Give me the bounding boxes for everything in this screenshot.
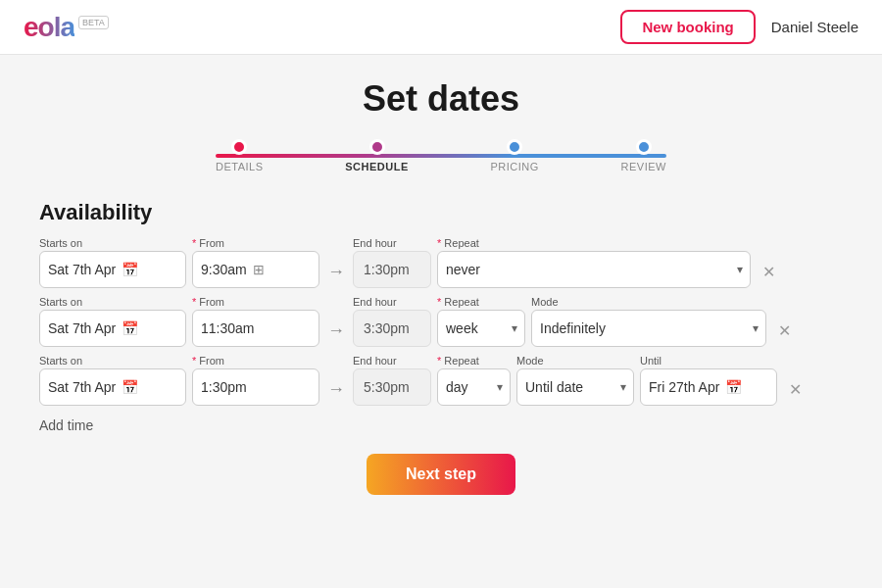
repeat-field-3: * Repeat day week never <box>437 355 511 406</box>
from-value-2: 11:30am <box>201 320 254 336</box>
step-pricing: PRICING <box>491 139 539 172</box>
calendar-icon-3[interactable]: 📅 <box>122 379 138 395</box>
repeat-label-3: * Repeat <box>437 355 511 367</box>
starts-on-label-2: Starts on <box>39 296 186 308</box>
next-step-button[interactable]: Next step <box>367 454 515 495</box>
from-field-3: * From 1:30pm <box>192 355 319 406</box>
from-value-3: 1:30pm <box>201 379 247 395</box>
main-content: Set dates DETAILS SCHEDULE PRICING <box>0 55 882 518</box>
repeat-label-1: * Repeat <box>437 237 751 249</box>
from-input-3[interactable]: 1:30pm <box>192 368 319 406</box>
end-hour-value-1: 1:30pm <box>353 251 431 288</box>
user-name: Daniel Steele <box>771 19 858 35</box>
progress-bar: DETAILS SCHEDULE PRICING REVIEW <box>39 139 843 172</box>
step-dot-details <box>231 139 247 155</box>
availability-row-1: Starts on Sat 7th Apr 📅 * From 9:30am ⊞ … <box>39 237 843 288</box>
next-step-container: Next step <box>39 454 843 495</box>
header: eola BETA New booking Daniel Steele <box>0 0 882 55</box>
availability-row-3: Starts on Sat 7th Apr 📅 * From 1:30pm → <box>39 355 843 406</box>
mode-select-2[interactable]: Indefinitely Until date <box>531 310 766 347</box>
starts-on-label-3: Starts on <box>39 355 186 367</box>
end-hour-label-2: End hour <box>353 296 431 308</box>
mode-field-2: Mode Indefinitely Until date <box>531 296 766 347</box>
remove-row-2-button[interactable]: ✕ <box>772 318 797 344</box>
row-3-fields: Starts on Sat 7th Apr 📅 * From 1:30pm → <box>39 355 843 406</box>
remove-row-1-button[interactable]: ✕ <box>757 259 781 285</box>
logo: eola BETA <box>24 12 109 43</box>
mode-label-3: Mode <box>516 355 634 367</box>
starts-on-field-3: Starts on Sat 7th Apr 📅 <box>39 355 186 406</box>
from-value-1: 9:30am <box>201 262 247 277</box>
end-hour-field-2: End hour 3:30pm <box>353 296 431 347</box>
from-input-2[interactable]: 11:30am <box>192 310 319 347</box>
mode-select-wrapper-3: Until date Indefinitely <box>516 368 634 406</box>
until-value-3: Fri 27th Apr <box>649 379 719 395</box>
calendar-icon-1[interactable]: 📅 <box>122 262 138 277</box>
new-booking-button[interactable]: New booking <box>620 10 755 44</box>
time-icon-1: ⊞ <box>253 262 265 277</box>
until-field-3: Until Fri 27th Apr 📅 <box>640 355 777 406</box>
step-label-pricing: PRICING <box>491 161 539 172</box>
repeat-select-1[interactable]: never day week <box>437 251 751 288</box>
step-dot-schedule <box>369 139 385 155</box>
mode-select-wrapper-2: Indefinitely Until date <box>531 310 766 347</box>
availability-row-2: Starts on Sat 7th Apr 📅 * From 11:30am → <box>39 296 843 347</box>
arrow-1: → <box>327 262 345 282</box>
step-review: REVIEW <box>621 139 666 172</box>
header-right: New booking Daniel Steele <box>620 10 858 44</box>
until-input-3[interactable]: Fri 27th Apr 📅 <box>640 368 777 406</box>
starts-on-value-2: Sat 7th Apr <box>48 320 116 336</box>
remove-row-3-button[interactable]: ✕ <box>783 376 808 403</box>
end-hour-value-3: 5:30pm <box>353 368 431 406</box>
starts-on-input-2[interactable]: Sat 7th Apr 📅 <box>39 310 186 347</box>
end-hour-field-3: End hour 5:30pm <box>353 355 431 406</box>
starts-on-input-3[interactable]: Sat 7th Apr 📅 <box>39 368 186 406</box>
from-label-3: * From <box>192 355 319 367</box>
until-label-3: Until <box>640 355 777 367</box>
starts-on-field-1: Starts on Sat 7th Apr 📅 <box>39 237 186 288</box>
repeat-select-wrapper-3: day week never <box>437 368 511 406</box>
step-schedule: SCHEDULE <box>345 139 409 172</box>
starts-on-field-2: Starts on Sat 7th Apr 📅 <box>39 296 186 347</box>
calendar-icon-2[interactable]: 📅 <box>122 320 138 336</box>
step-details: DETAILS <box>216 139 264 172</box>
page-title: Set dates <box>39 78 843 120</box>
from-input-1[interactable]: 9:30am ⊞ <box>192 251 319 288</box>
starts-on-value-1: Sat 7th Apr <box>48 262 116 277</box>
mode-field-3: Mode Until date Indefinitely <box>516 355 634 406</box>
row-1-fields: Starts on Sat 7th Apr 📅 * From 9:30am ⊞ … <box>39 237 843 288</box>
end-hour-label-1: End hour <box>353 237 431 249</box>
end-hour-field-1: End hour 1:30pm <box>353 237 431 288</box>
logo-text: eola <box>24 12 74 43</box>
step-label-details: DETAILS <box>216 161 264 172</box>
arrow-2: → <box>327 320 345 341</box>
until-calendar-icon[interactable]: 📅 <box>725 379 742 395</box>
step-label-review: REVIEW <box>621 161 666 172</box>
mode-label-2: Mode <box>531 296 766 308</box>
availability-section: Availability Starts on Sat 7th Apr 📅 * F… <box>39 200 843 434</box>
from-field-1: * From 9:30am ⊞ <box>192 237 319 288</box>
step-dot-review <box>636 139 652 155</box>
progress-steps: DETAILS SCHEDULE PRICING REVIEW <box>216 139 666 172</box>
repeat-label-2: * Repeat <box>437 296 525 308</box>
add-time-link[interactable]: Add time <box>39 417 93 433</box>
starts-on-input-1[interactable]: Sat 7th Apr 📅 <box>39 251 186 288</box>
availability-title: Availability <box>39 200 843 225</box>
repeat-field-1: * Repeat never day week <box>437 237 751 288</box>
starts-on-value-3: Sat 7th Apr <box>48 379 116 395</box>
progress-track: DETAILS SCHEDULE PRICING REVIEW <box>216 139 666 172</box>
step-label-schedule: SCHEDULE <box>345 161 409 172</box>
row-2-fields: Starts on Sat 7th Apr 📅 * From 11:30am → <box>39 296 843 347</box>
end-hour-value-2: 3:30pm <box>353 310 431 347</box>
arrow-3: → <box>327 379 345 400</box>
repeat-select-3[interactable]: day week never <box>437 368 511 406</box>
mode-select-3[interactable]: Until date Indefinitely <box>516 368 634 406</box>
repeat-select-wrapper-1: never day week <box>437 251 751 288</box>
repeat-select-2[interactable]: week day never <box>437 310 525 347</box>
beta-badge: BETA <box>78 16 109 29</box>
starts-on-label-1: Starts on <box>39 237 186 249</box>
repeat-field-2: * Repeat week day never <box>437 296 525 347</box>
from-field-2: * From 11:30am <box>192 296 319 347</box>
end-hour-label-3: End hour <box>353 355 431 367</box>
step-dot-pricing <box>507 139 522 155</box>
